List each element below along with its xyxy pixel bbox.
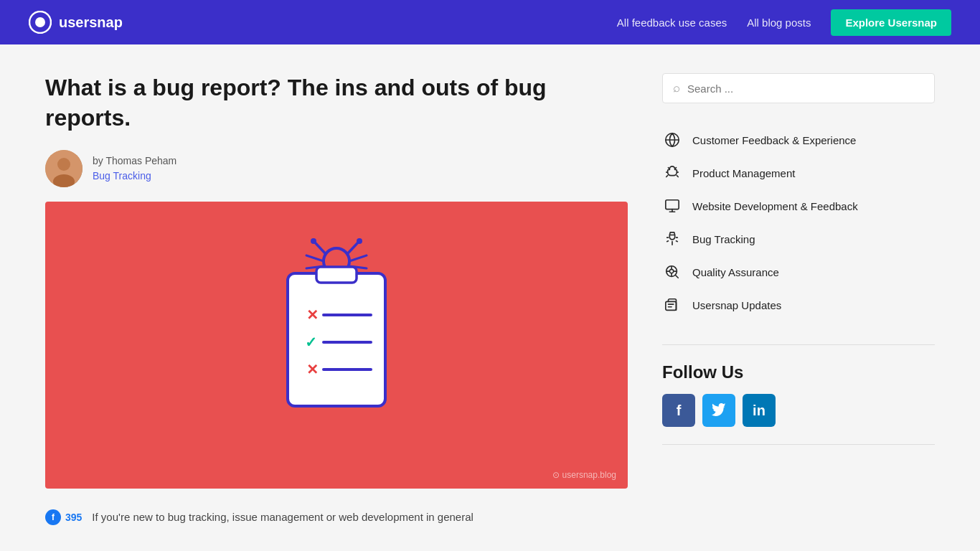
author-by-label: by Thomas Peham [93,155,176,166]
watermark: ⊙ usersnap.blog [552,470,616,480]
category-item-website-dev[interactable]: Website Development & Feedback [662,189,935,222]
facebook-button[interactable]: f [662,394,695,427]
svg-point-3 [57,158,70,171]
hero-illustration: ✕ ✓ ✕ [258,234,415,456]
category-list: Customer Feedback & Experience Product M… [662,123,935,321]
category-item-customer-feedback[interactable]: Customer Feedback & Experience [662,123,935,156]
article-excerpt: If you're new to bug tracking, issue man… [92,509,473,526]
svg-point-1 [35,17,45,27]
svg-line-8 [347,242,358,254]
author-info: by Thomas Peham Bug Tracking [93,155,176,182]
header: usersnap All feedback use cases All blog… [0,0,980,44]
facebook-icon: f [45,509,61,525]
category-label-website-dev: Website Development & Feedback [692,200,858,212]
explore-button[interactable]: Explore Usersnap [831,9,951,36]
linkedin-button[interactable]: in [743,394,776,427]
search-icon: ⌕ [673,81,680,95]
svg-line-6 [315,242,326,254]
category-label-bug-tracking: Bug Tracking [692,233,755,245]
follow-title: Follow Us [662,362,935,382]
article-title: What is a bug report? The ins and outs o… [45,73,628,133]
divider [662,344,935,345]
svg-point-7 [311,238,316,244]
category-item-bug-tracking[interactable]: Bug Tracking [662,222,935,255]
follow-us-section: Follow Us f in [662,362,935,427]
category-label-usersnap-updates: Usersnap Updates [692,299,781,311]
nav-blog-posts[interactable]: All blog posts [747,17,811,29]
author-tag-link[interactable]: Bug Tracking [93,170,151,182]
twitter-button[interactable] [702,394,735,427]
svg-rect-14 [288,273,385,406]
svg-rect-26 [666,301,677,310]
search-input[interactable] [687,83,924,95]
author-tag[interactable]: Bug Tracking [93,169,176,182]
svg-text:✓: ✓ [305,334,317,350]
logo-text: usersnap [59,14,123,31]
hero-background: ✕ ✓ ✕ ⊙ usersnap.blog [45,202,628,489]
social-icons: f in [662,394,935,427]
author-name: Thomas Peham [105,155,176,166]
page-container: What is a bug report? The ins and outs o… [17,44,963,551]
article-footer: f 395 If you're new to bug tracking, iss… [45,503,628,526]
svg-text:✕: ✕ [306,362,319,377]
svg-rect-23 [666,200,679,209]
updates-icon [662,295,682,315]
avatar-image [45,150,83,187]
author-row: by Thomas Peham Bug Tracking [45,150,628,187]
main-nav: All feedback use cases All blog posts Ex… [617,9,951,36]
globe-icon [662,130,682,150]
svg-text:✕: ✕ [306,307,319,323]
search-box[interactable]: ⌕ [662,73,935,103]
monitor-icon [662,196,682,216]
category-item-product-management[interactable]: Product Management [662,156,935,189]
qa-icon [662,262,682,282]
logo[interactable]: usersnap [29,11,123,34]
category-item-quality-assurance[interactable]: Quality Assurance [662,255,935,288]
svg-rect-15 [316,267,357,283]
svg-line-10 [306,255,324,261]
divider-bottom [662,444,935,445]
svg-point-9 [357,238,362,244]
hero-image: ✕ ✓ ✕ ⊙ usersnap.blog [45,202,628,489]
nav-feedback-use-cases[interactable]: All feedback use cases [617,17,727,29]
svg-line-12 [349,255,367,261]
facebook-count: f 395 [45,509,82,525]
category-label-quality-assurance: Quality Assurance [692,266,779,278]
sidebar: ⌕ Customer Feedback & Experience [662,73,935,526]
bug2-icon [662,229,682,249]
facebook-count-number: 395 [65,512,82,523]
svg-point-25 [669,269,674,273]
main-content: What is a bug report? The ins and outs o… [45,73,628,526]
category-item-usersnap-updates[interactable]: Usersnap Updates [662,288,935,321]
bug-icon [662,163,682,183]
category-label-customer-feedback: Customer Feedback & Experience [692,134,856,146]
avatar [45,150,83,187]
category-label-product-management: Product Management [692,167,795,179]
